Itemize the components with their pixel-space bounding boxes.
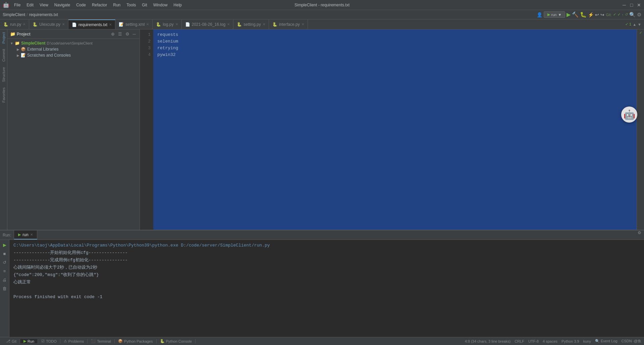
run-output-3: {"code":200,"msg":"收到了你的心跳"} <box>13 271 640 279</box>
breadcrumb-file[interactable]: requirements.txt <box>29 12 58 17</box>
run-tab-label: run <box>22 232 28 237</box>
close-button[interactable]: ✕ <box>637 3 641 7</box>
status-tab-run[interactable]: ▶ Run <box>20 339 38 343</box>
tree-item-scratches[interactable]: ▶ 📝 Scratches and Consoles <box>7 52 140 58</box>
tab-interface-py[interactable]: 🐍 interface.py ✕ <box>269 19 308 29</box>
breadcrumb-project[interactable]: SimpleClient <box>3 12 25 17</box>
run-print-action[interactable]: 🖨 <box>1 276 8 283</box>
menu-refactor[interactable]: Refactor <box>89 2 110 8</box>
menu-view[interactable]: View <box>37 2 51 8</box>
menu-run[interactable]: Run <box>110 2 123 8</box>
status-position[interactable]: 4:8 (34 chars, 3 line breaks) <box>465 339 511 343</box>
run-tab-close[interactable]: ✕ <box>30 233 33 236</box>
status-encoding[interactable]: UTF-8 <box>528 339 539 343</box>
status-user[interactable]: kuny <box>583 339 591 343</box>
status-tab-todo[interactable]: ☑ TODO <box>38 339 60 343</box>
panel-locate-icon[interactable]: ⊕ <box>110 31 116 37</box>
settings-btn[interactable]: ⚙ <box>637 12 641 18</box>
run-button[interactable]: ▶ run ▼ <box>544 11 566 18</box>
tab-ulexcute-py[interactable]: 🐍 Ulexcute.py ✕ <box>29 19 68 29</box>
scroll-up-icon[interactable]: ▲ <box>633 22 636 26</box>
panel-settings-icon[interactable]: ⚙ <box>124 31 130 37</box>
tab-setting-xml[interactable]: 📝 setting.xml ✕ <box>115 19 153 29</box>
problems-label: Problems <box>68 339 84 343</box>
run-output-2: 心跳间隔时间必须大于2秒，已自动设为2秒 <box>13 264 640 271</box>
menu-help[interactable]: Help <box>171 2 184 8</box>
git-push-icon[interactable]: ↑ <box>622 13 624 17</box>
favorites-panel-label[interactable]: Favorites <box>1 85 6 105</box>
status-tab-python-console[interactable]: 🐍 Python Console <box>157 339 196 343</box>
run-scroll-action[interactable]: ≡ <box>1 267 8 275</box>
code-editor[interactable]: 1 2 3 4 requests selenium retrying pywin… <box>140 29 644 230</box>
run-forward-btn[interactable]: ↪ <box>600 12 604 17</box>
tab-interface-py-close[interactable]: ✕ <box>302 22 304 26</box>
status-tab-python-packages[interactable]: 📦 Python Packages <box>115 339 157 343</box>
git-refresh-icon[interactable]: ↺ <box>625 12 628 17</box>
tree-item-root[interactable]: ▼ 📁 SimpleClient D:\code\server\SimpleCl… <box>7 40 140 46</box>
tree-scratches-label: Scratches and Consoles <box>27 53 71 58</box>
editor-tabs: 🐍 run.py ✕ 🐍 Ulexcute.py ✕ 📄 requirement… <box>0 19 644 29</box>
tab-setting-py[interactable]: 🐍 setting.py ✕ <box>233 19 269 29</box>
run-stop-action[interactable]: ■ <box>1 250 8 257</box>
run-back-btn[interactable]: ↩ <box>595 12 599 17</box>
maximize-button[interactable]: □ <box>629 3 634 7</box>
status-tab-terminal[interactable]: ⬛ Terminal <box>88 339 115 343</box>
status-tab-git[interactable]: ⎇ Git <box>3 339 20 343</box>
status-tab-problems[interactable]: ⚠ Problems <box>60 339 88 343</box>
commit-panel-label[interactable]: Commit <box>1 46 6 64</box>
search-btn[interactable]: 🔍 <box>629 12 636 18</box>
run-rerun-action[interactable]: ↺ <box>1 259 8 266</box>
run-play-action[interactable]: ▶ <box>1 241 8 249</box>
menu-window[interactable]: Window <box>151 2 170 8</box>
run-tab-active[interactable]: ▶ run ✕ <box>14 230 37 239</box>
tree-item-external[interactable]: ▶ 📦 External Libraries <box>7 46 140 52</box>
run-build-btn[interactable]: 🔨 <box>572 11 579 18</box>
project-panel-label[interactable]: Project <box>1 29 6 46</box>
run-play-btn[interactable]: ▶ <box>567 11 571 18</box>
git-label: Git: <box>606 13 611 17</box>
tab-setting-xml-close[interactable]: ✕ <box>146 22 149 26</box>
menu-git[interactable]: Git <box>139 2 150 8</box>
line-numbers: 1 2 3 4 <box>140 29 153 230</box>
tab-log-file-close[interactable]: ✕ <box>227 22 230 26</box>
gutter-check-icon: ✓ <box>639 29 642 36</box>
tab-run-py[interactable]: 🐍 run.py ✕ <box>0 19 29 29</box>
menu-navigate[interactable]: Navigate <box>52 2 73 8</box>
ai-assistant-avatar[interactable]: 🤖 <box>621 107 637 123</box>
menu-tools[interactable]: Tools <box>124 2 139 8</box>
minimize-button[interactable]: ─ <box>622 3 627 7</box>
run-coverage-btn[interactable]: ⚡ <box>588 12 594 17</box>
menu-code[interactable]: Code <box>73 2 89 8</box>
event-log-btn[interactable]: 🔍 Event Log <box>595 339 618 343</box>
tab-ulexcute-py-close[interactable]: ✕ <box>62 22 65 26</box>
tab-setting-py-icon: 🐍 <box>237 22 242 27</box>
tab-interface-py-label: interface.py <box>279 22 300 27</box>
tab-log-py-close[interactable]: ✕ <box>175 22 178 26</box>
code-content[interactable]: requests selenium retrying pywin32 <box>153 29 644 230</box>
run-debug-btn[interactable]: 🐛 <box>580 11 587 18</box>
git-status-icon: ⎇ <box>6 339 10 343</box>
menu-file[interactable]: File <box>11 2 23 8</box>
tab-requirements-txt[interactable]: 📄 requirements.txt ✕ <box>68 19 115 29</box>
status-python-version[interactable]: Python 3.9 <box>561 339 579 343</box>
tab-requirements-close[interactable]: ✕ <box>109 23 112 26</box>
menu-edit[interactable]: Edit <box>24 2 36 8</box>
right-gutter: ✓ <box>637 29 644 230</box>
run-trash-action[interactable]: 🗑 <box>1 285 8 292</box>
title-bar-left: 🤖 File Edit View Navigate Code Refactor … <box>3 2 184 8</box>
panel-collapse-icon[interactable]: ☰ <box>117 31 123 37</box>
csdn-link[interactable]: CSDN ·@鱼 <box>622 339 641 344</box>
run-settings-btn[interactable]: ⚙ <box>635 230 644 239</box>
scroll-down-icon[interactable]: ▼ <box>638 22 641 26</box>
status-indent[interactable]: 4 spaces <box>543 339 557 343</box>
status-line-ending[interactable]: CRLF <box>515 339 524 343</box>
run-tabs: Run: ▶ run ✕ ⚙ <box>0 230 644 240</box>
run-prefix-label: Run: <box>3 233 11 237</box>
tab-log-py[interactable]: 🐍 log.py ✕ <box>153 19 181 29</box>
structure-panel-label[interactable]: Structure <box>1 64 6 85</box>
tab-log-file[interactable]: 📄 2021-08-26_16.log ✕ <box>182 19 234 29</box>
tab-setting-py-close[interactable]: ✕ <box>263 22 265 26</box>
breadcrumb-separator: / <box>26 12 28 17</box>
tab-run-py-close[interactable]: ✕ <box>23 22 25 26</box>
panel-minimize-icon[interactable]: ─ <box>132 31 137 37</box>
